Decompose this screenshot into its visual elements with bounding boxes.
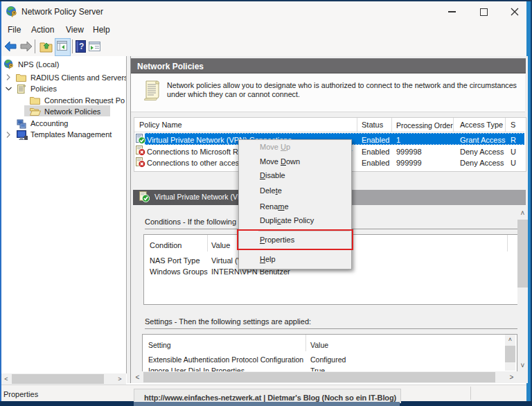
svg-text:?: ? <box>79 42 84 51</box>
